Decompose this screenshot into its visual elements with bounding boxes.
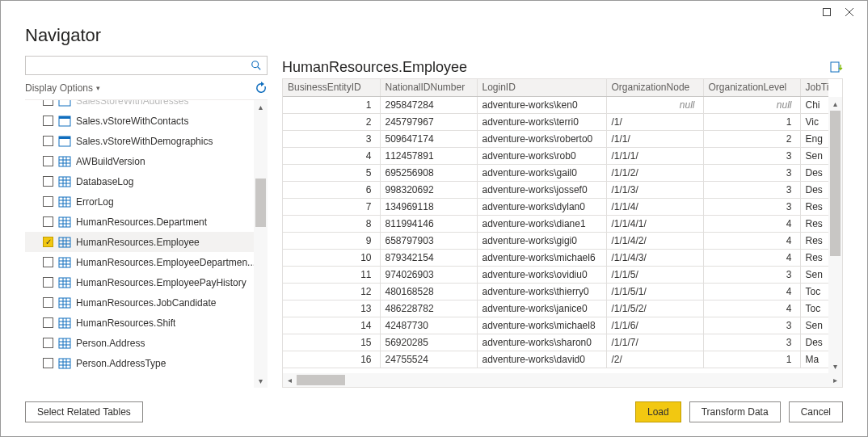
tree-item-label: AWBuildVersion [76,156,145,167]
cell: 14 [283,317,380,334]
refresh-icon[interactable] [255,82,268,95]
tree-item[interactable]: HumanResources.EmployeeDepartmen... [25,252,268,272]
close-button[interactable] [838,4,861,20]
scrollbar-thumb[interactable] [297,375,345,385]
tree-item[interactable]: HumanResources.Shift [25,313,268,333]
table-row[interactable]: 2245797967adventure-works\terri0/1/1Vic [283,113,828,130]
cell: /1/1/7/ [606,334,703,351]
cell: 3 [703,147,800,164]
column-header[interactable]: JobTitle [800,79,828,96]
table-row[interactable]: 1624755524adventure-works\david0/2/1Ma [283,351,828,368]
search-icon [251,60,262,71]
cell: 42487730 [380,317,477,334]
tree-checkbox[interactable] [43,338,53,348]
scroll-left-icon[interactable]: ◂ [283,373,297,387]
search-input[interactable] [31,57,251,74]
tree-checkbox[interactable] [43,237,53,247]
tree-item[interactable]: HumanResources.EmployeePayHistory [25,272,268,292]
tree-checkbox[interactable] [43,116,53,126]
column-header[interactable]: OrganizationNode [606,79,703,96]
table-row[interactable]: 13486228782adventure-works\janice0/1/1/5… [283,300,828,317]
column-header[interactable]: NationalIDNumber [380,79,477,96]
tree-item[interactable]: AWBuildVersion [25,151,268,171]
scroll-up-icon[interactable]: ▴ [828,97,842,111]
maximize-button[interactable] [815,4,838,20]
tree-scrollbar[interactable]: ▴ ▾ [254,100,268,388]
tree-item[interactable]: Person.AddressType [25,353,268,373]
column-header[interactable]: LoginID [477,79,606,96]
table-row[interactable]: 6998320692adventure-works\jossef0/1/1/3/… [283,181,828,198]
cell: adventure-works\ken0 [477,96,606,113]
table-row[interactable]: 8811994146adventure-works\diane1/1/1/4/1… [283,215,828,232]
table-row[interactable]: 9658797903adventure-works\gigi0/1/1/4/2/… [283,232,828,249]
cell: 134969118 [380,198,477,215]
table-row[interactable]: 10879342154adventure-works\michael6/1/1/… [283,249,828,266]
table-row[interactable]: 11974026903adventure-works\ovidiu0/1/1/5… [283,266,828,283]
dialog-footer: Select Related Tables Load Transform Dat… [1,399,867,436]
tree-checkbox[interactable] [43,100,53,106]
search-box[interactable] [25,56,268,75]
table-icon [58,195,71,208]
tree-checkbox[interactable] [43,358,53,368]
cell: adventure-works\jossef0 [477,181,606,198]
tree-checkbox[interactable] [43,176,53,187]
cell: 486228782 [380,300,477,317]
grid-horizontal-scrollbar[interactable]: ◂ ▸ [283,373,842,387]
scroll-right-icon[interactable]: ▸ [828,373,842,387]
table-row[interactable]: 1556920285adventure-works\sharon0/1/1/7/… [283,334,828,351]
tree-checkbox[interactable] [43,136,53,146]
tree-item-label: ErrorLog [76,196,114,208]
cell: 112457891 [380,147,477,164]
tree-item[interactable]: ErrorLog [25,191,268,212]
tree-checkbox[interactable] [43,297,53,308]
tree-checkbox[interactable] [43,257,53,267]
tree-item[interactable]: SalesStoreWithAddresses [25,100,268,111]
load-button[interactable]: Load [635,401,681,422]
table-row[interactable]: 5695256908adventure-works\gail0/1/1/2/3D… [283,164,828,181]
data-grid[interactable]: BusinessEntityIDNationalIDNumberLoginIDO… [282,78,843,388]
tree-item[interactable]: DatabaseLog [25,171,268,191]
display-options-row: Display Options ▾ [25,75,268,98]
table-row[interactable]: 4112457891adventure-works\rob0/1/1/1/3Se… [283,147,828,164]
cell: 998320692 [380,181,477,198]
object-tree[interactable]: SalesStoreWithAddressesSales.vStoreWithC… [25,100,268,388]
tree-checkbox[interactable] [43,317,53,328]
cell: 1 [703,351,800,368]
cell: 15 [283,334,380,351]
transform-data-button[interactable]: Transform Data [689,401,781,422]
table-row[interactable]: 3509647174adventure-works\roberto0/1/1/2… [283,130,828,147]
scroll-down-icon[interactable]: ▾ [254,374,268,388]
tree-item[interactable]: Sales.vStoreWithContacts [25,111,268,131]
table-row[interactable]: 7134969118adventure-works\dylan0/1/1/4/3… [283,198,828,215]
tree-item[interactable]: HumanResources.JobCandidate [25,292,268,313]
cell: Vic [800,113,828,130]
table-row[interactable]: 1295847284adventure-works\ken0nullnullCh… [283,96,828,113]
tree-checkbox[interactable] [43,196,53,207]
column-header[interactable]: OrganizationLevel [703,79,800,96]
scroll-down-icon[interactable]: ▾ [828,359,842,373]
tree-item[interactable]: Person.Address [25,333,268,353]
grid-vertical-scrollbar[interactable]: ▴ ▾ [828,97,842,373]
cell: /1/ [606,113,703,130]
tree-checkbox[interactable] [43,277,53,288]
scrollbar-thumb[interactable] [830,111,841,256]
cell: 4 [703,249,800,266]
cell: 2 [283,113,380,130]
refresh-preview-icon[interactable] [830,61,843,74]
tree-checkbox[interactable] [43,216,53,227]
cancel-button[interactable]: Cancel [789,401,843,422]
select-related-tables-button[interactable]: Select Related Tables [25,401,143,422]
scrollbar-thumb[interactable] [255,179,266,227]
cell: 12 [283,283,380,300]
scroll-up-icon[interactable]: ▴ [254,100,268,114]
titlebar [1,1,867,25]
cell: 6 [283,181,380,198]
display-options-dropdown[interactable]: Display Options ▾ [25,82,100,94]
tree-item[interactable]: Sales.vStoreWithDemographics [25,131,268,151]
column-header[interactable]: BusinessEntityID [283,79,380,96]
tree-item[interactable]: HumanResources.Employee [25,232,268,252]
tree-item[interactable]: HumanResources.Department [25,212,268,232]
tree-checkbox[interactable] [43,156,53,166]
table-row[interactable]: 1442487730adventure-works\michael8/1/1/6… [283,317,828,334]
table-row[interactable]: 12480168528adventure-works\thierry0/1/1/… [283,283,828,300]
